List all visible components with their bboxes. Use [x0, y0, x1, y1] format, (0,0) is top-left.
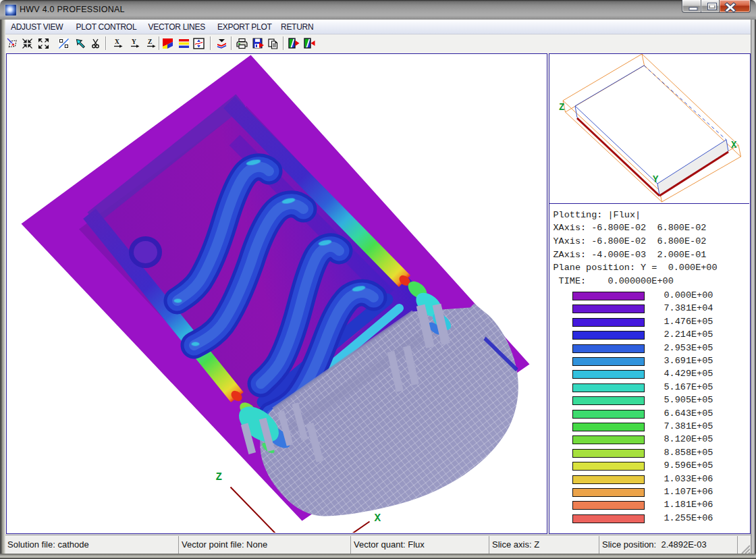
svg-text:Y: Y	[132, 38, 136, 45]
svg-text:Z: Z	[559, 102, 564, 113]
svg-text:Y: Y	[653, 174, 659, 185]
svg-text:X: X	[375, 512, 381, 525]
svg-text:X: X	[115, 38, 119, 45]
svg-text:X: X	[731, 140, 737, 151]
svg-text:Z: Z	[148, 38, 152, 45]
svg-text:Z: Z	[216, 471, 223, 483]
